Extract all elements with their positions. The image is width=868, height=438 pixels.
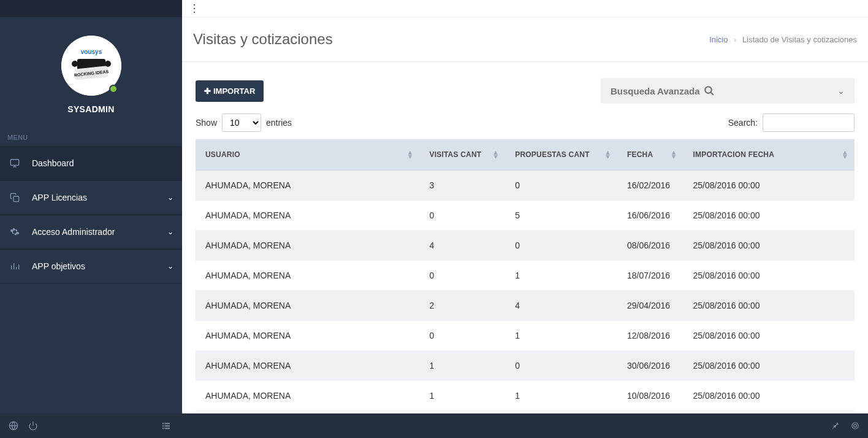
power-icon[interactable] [25, 417, 42, 434]
import-button[interactable]: ✚ IMPORTAR [196, 80, 264, 102]
bars-icon [9, 261, 21, 271]
cell-propuestas: 0 [505, 231, 617, 261]
col-visitas-cant[interactable]: VISITAS CANT▲▼ [420, 139, 506, 171]
sidebar-item-label: Acceso Administrador [32, 227, 115, 237]
cell-fecha: 12/08/2016 [617, 321, 683, 351]
chevron-down-icon: ⌄ [167, 262, 173, 271]
kebab-menu-icon[interactable]: ⋯ [188, 3, 202, 14]
chevron-down-icon: ⌄ [837, 86, 845, 96]
svg-rect-19 [164, 425, 170, 426]
cell-usuario: AHUMADA, MORENA [196, 171, 420, 201]
advanced-search-toggle[interactable]: Busqueda Avanzada ⌄ [601, 78, 855, 104]
pin-icon[interactable] [831, 421, 840, 430]
cell-propuestas: 0 [505, 171, 617, 201]
cell-fecha: 30/06/2016 [617, 351, 683, 381]
svg-line-23 [710, 92, 714, 95]
search-icon [704, 85, 715, 96]
copy-icon [9, 193, 21, 202]
table-row[interactable]: AHUMADA, MORENA0516/06/201625/08/2016 00… [196, 201, 855, 231]
svg-text:vousys: vousys [80, 48, 102, 55]
sort-icon: ▲▼ [604, 150, 611, 159]
table-row[interactable]: AHUMADA, MORENA1110/08/201625/08/2016 00… [196, 381, 855, 411]
sidebar-item-dashboard[interactable]: Dashboard [0, 146, 182, 180]
sidebar-item-label: APP objetivos [32, 261, 85, 271]
sidebar-item-app-licencias[interactable]: APP Licencias⌄ [0, 180, 182, 215]
svg-point-5 [72, 61, 78, 67]
svg-rect-7 [10, 159, 18, 165]
table-row[interactable]: AHUMADA, MORENA1030/06/201625/08/2016 00… [196, 351, 855, 381]
main: ⋯ Visitas y cotizaciones Inicio › Listad… [182, 0, 868, 438]
page-length-select[interactable]: 10 [222, 113, 261, 132]
col-fecha[interactable]: FECHA▲▼ [617, 139, 683, 171]
svg-point-24 [852, 423, 859, 429]
search-input[interactable] [763, 113, 855, 132]
cell-usuario: AHUMADA, MORENA [196, 351, 420, 381]
cell-propuestas: 0 [505, 351, 617, 381]
cell-propuestas: 5 [505, 201, 617, 231]
cell-visitas: 3 [420, 171, 506, 201]
sort-icon: ▲▼ [842, 150, 848, 159]
cell-imp: 25/08/2016 00:00 [683, 291, 855, 321]
cell-imp: 25/08/2016 00:00 [683, 171, 855, 201]
sidebar: vousys ROCKING IDEAS SYSADMIN MENU Dashb… [0, 0, 182, 438]
cell-imp: 25/08/2016 00:00 [683, 261, 855, 291]
cell-visitas: 2 [420, 291, 506, 321]
svg-rect-17 [164, 423, 170, 424]
table-row[interactable]: AHUMADA, MORENA2429/04/201625/08/2016 00… [196, 291, 855, 321]
page-title: Visitas y cotizaciones [193, 31, 333, 48]
cell-usuario: AHUMADA, MORENA [196, 381, 420, 411]
col-importacion-fecha[interactable]: IMPORTACION FECHA▲▼ [683, 139, 855, 171]
monitor-icon [9, 158, 21, 168]
content: ✚ IMPORTAR Busqueda Avanzada ⌄ Show 10 e… [182, 62, 868, 438]
sidebar-item-acceso-administrador[interactable]: Acceso Administrador⌄ [0, 215, 182, 249]
entries-label: entries [266, 118, 292, 128]
sidebar-item-app-objetivos[interactable]: APP objetivos⌄ [0, 249, 182, 283]
cell-usuario: AHUMADA, MORENA [196, 201, 420, 231]
show-label: Show [196, 118, 217, 128]
svg-rect-16 [162, 423, 164, 424]
toolbar: ✚ IMPORTAR Busqueda Avanzada ⌄ [182, 62, 868, 109]
import-label: IMPORTAR [213, 86, 255, 96]
data-table: USUARIO▲▼VISITAS CANT▲▼PROPUESTAS CANT▲▼… [196, 139, 855, 411]
cell-fecha: 10/08/2016 [617, 381, 683, 411]
target-icon[interactable] [851, 421, 859, 430]
profile-block: vousys ROCKING IDEAS SYSADMIN [0, 17, 182, 126]
cell-visitas: 1 [420, 351, 506, 381]
list-toggle-icon[interactable] [158, 417, 175, 434]
breadcrumb: Inicio › Listado de Visitas y cotizacion… [709, 35, 857, 44]
col-usuario[interactable]: USUARIO▲▼ [196, 139, 420, 171]
avatar-wrap: vousys ROCKING IDEAS [61, 36, 121, 96]
status-online-dot [109, 85, 118, 93]
svg-rect-21 [164, 428, 170, 429]
svg-point-6 [105, 61, 111, 67]
sidebar-top-strip [0, 0, 182, 17]
sidebar-footer [0, 413, 182, 438]
table-row[interactable]: AHUMADA, MORENA0118/07/201625/08/2016 00… [196, 261, 855, 291]
globe-icon[interactable] [5, 417, 22, 434]
col-propuestas-cant[interactable]: PROPUESTAS CANT▲▼ [505, 139, 617, 171]
sort-icon: ▲▼ [492, 150, 499, 159]
menu-section-label: MENU [0, 134, 182, 141]
table-row[interactable]: AHUMADA, MORENA0112/08/201625/08/2016 00… [196, 321, 855, 351]
chevron-down-icon: ⌄ [167, 228, 173, 236]
cell-fecha: 29/04/2016 [617, 291, 683, 321]
table-row[interactable]: AHUMADA, MORENA3016/02/201625/08/2016 00… [196, 171, 855, 201]
nav-list: DashboardAPP Licencias⌄Acceso Administra… [0, 146, 182, 283]
breadcrumb-home[interactable]: Inicio [709, 35, 728, 44]
cell-imp: 25/08/2016 00:00 [683, 381, 855, 411]
cell-propuestas: 1 [505, 321, 617, 351]
cell-usuario: AHUMADA, MORENA [196, 231, 420, 261]
cell-imp: 25/08/2016 00:00 [683, 321, 855, 351]
cell-fecha: 08/06/2016 [617, 231, 683, 261]
svg-rect-18 [162, 425, 164, 426]
footer-bar [182, 413, 868, 438]
cell-usuario: AHUMADA, MORENA [196, 291, 420, 321]
table-row[interactable]: AHUMADA, MORENA4008/06/201625/08/2016 00… [196, 231, 855, 261]
cell-imp: 25/08/2016 00:00 [683, 231, 855, 261]
sort-icon: ▲▼ [670, 150, 677, 159]
cell-visitas: 1 [420, 381, 506, 411]
cell-propuestas: 4 [505, 291, 617, 321]
cell-visitas: 0 [420, 321, 506, 351]
username: SYSADMIN [67, 104, 114, 114]
cell-visitas: 4 [420, 231, 506, 261]
